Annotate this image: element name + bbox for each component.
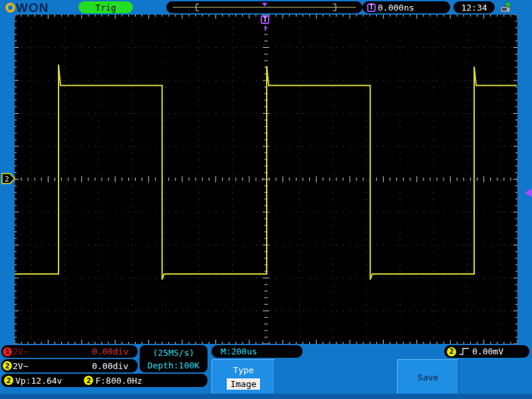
trigger-marker-t-icon: T: [261, 15, 269, 24]
channel1-scale: 2V~: [13, 346, 28, 356]
trigger-level-status: 2 0.00mV: [444, 345, 529, 358]
brand-logo: WON: [5, 1, 49, 14]
waveform-display: T: [15, 15, 517, 344]
trigger-level-value: 0.00mV: [472, 346, 503, 356]
brand-ring-icon: [5, 3, 15, 13]
type-menu-label: Type: [233, 365, 253, 375]
timebase-status: M:200us: [211, 345, 303, 358]
trigger-status-label: Trig: [95, 3, 116, 13]
type-menu-value: Image: [227, 378, 259, 390]
channel1-badge: 1: [3, 347, 12, 356]
sample-rate: (25MS/s): [153, 346, 195, 359]
measurement-bar: 2 Vp:12.64v 2 F:800.0Hz: [1, 374, 207, 387]
trigger-position-arrow-icon: [262, 3, 267, 7]
measurement2-badge: 2: [84, 376, 93, 385]
ch2-waveform-trace: [15, 15, 517, 344]
record-position-graphic: [166, 1, 362, 13]
trigger-status-button[interactable]: Trig: [78, 1, 133, 13]
channel2-scale: 2V~: [13, 361, 28, 371]
trigger-horizontal-marker[interactable]: T: [261, 15, 269, 31]
memory-depth: Depth:100K: [148, 359, 200, 372]
channel2-marker-label: 2: [5, 175, 9, 184]
measurement-frequency: F:800.0Hz: [95, 376, 142, 386]
trigger-source-badge: 2: [447, 347, 456, 356]
rising-edge-icon: [459, 347, 469, 356]
channel1-offset: 0.00div: [92, 346, 128, 356]
usb-storage-icon: [499, 2, 512, 13]
top-bar: WON Trig T 0.000ns 12:34: [0, 0, 532, 15]
channel1-status: 1 2V~ 0.00div: [1, 345, 138, 358]
channel2-badge: 2: [3, 361, 12, 370]
channel2-offset: 0.00div: [92, 361, 128, 371]
save-button[interactable]: Save: [397, 359, 459, 395]
clock-readout: 12:34: [454, 1, 495, 13]
record-position-bar[interactable]: [166, 1, 362, 13]
brand-text: WON: [16, 3, 49, 13]
timebase-value: M:200us: [221, 346, 257, 356]
channel2-status: 2 2V~ 0.00div: [1, 359, 138, 372]
channel2-position-marker[interactable]: 2: [1, 173, 15, 184]
acquisition-status: (25MS/s) Depth:100K: [140, 345, 207, 372]
bottom-edge-strip: [0, 394, 532, 399]
trigger-level-arrow-icon[interactable]: [525, 188, 532, 198]
measurement1-badge: 2: [4, 376, 13, 385]
save-button-label: Save: [418, 372, 438, 382]
measurement-vpp: Vp:12.64v: [15, 376, 62, 386]
type-menu-button[interactable]: Type Image: [211, 359, 275, 395]
oscilloscope-screen: WON Trig T 0.000ns 12:34: [0, 0, 532, 399]
trigger-time-value: 0.000ns: [378, 3, 414, 13]
clock-value: 12:34: [461, 3, 487, 13]
trigger-marker-tick: [265, 26, 266, 31]
trigger-t-icon: T: [367, 3, 376, 12]
trigger-time-readout: T 0.000ns: [362, 1, 450, 13]
